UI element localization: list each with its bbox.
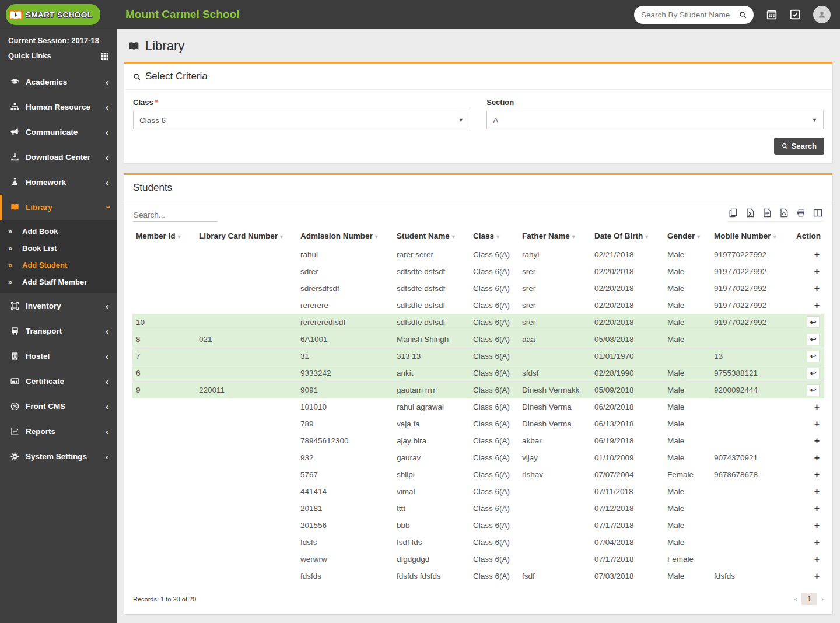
column-header-student-name[interactable]: Student Name▾ — [393, 226, 470, 246]
column-header-class[interactable]: Class▾ — [470, 226, 519, 246]
search-button[interactable]: Search — [774, 138, 824, 155]
sidebar-item-inventory[interactable]: Inventory‹ — [0, 293, 117, 318]
add-member-button[interactable]: + — [814, 470, 820, 480]
column-header-library-card-number[interactable]: Library Card Number▾ — [195, 226, 297, 246]
add-member-button[interactable]: + — [814, 503, 820, 513]
chevron-left-icon: ‹ — [106, 327, 108, 335]
add-member-button[interactable]: + — [814, 520, 820, 530]
cell-class-name: Class 6(A) — [470, 517, 519, 534]
pdf-icon[interactable] — [779, 208, 789, 218]
cell-admission-no: 201556 — [297, 517, 393, 534]
return-book-button[interactable]: ↩ — [807, 334, 820, 345]
column-header-member-id[interactable]: Member Id▾ — [132, 226, 195, 246]
app-logo[interactable]: SMART SCHOOL — [0, 4, 117, 25]
add-member-button[interactable]: + — [814, 453, 820, 463]
sidebar: Current Session: 2017-18 Quick Links Aca… — [0, 29, 117, 623]
topbar-search — [634, 6, 754, 24]
main-content: Library Select Criteria Class* Class 6 ▼… — [117, 29, 840, 623]
text-file-icon[interactable] — [762, 208, 772, 218]
cell-action: + — [790, 297, 824, 314]
column-header-admission-number[interactable]: Admission Number▾ — [297, 226, 393, 246]
return-book-button[interactable]: ↩ — [807, 368, 820, 379]
cell-gender: Male — [664, 246, 710, 263]
cell-dob: 06/19/2018 — [591, 432, 664, 449]
class-select[interactable]: Class 6 ▼ — [133, 111, 470, 130]
chart-icon — [10, 427, 26, 436]
session-label: Current Session: 2017-18 — [8, 36, 108, 45]
cell-mobile: 9678678678 — [710, 466, 790, 483]
calendar-icon[interactable] — [766, 9, 777, 20]
column-header-action[interactable]: Action — [790, 226, 824, 246]
chevron-left-icon: ‹ — [106, 78, 108, 86]
section-select[interactable]: A ▼ — [487, 111, 824, 130]
cell-card-number — [195, 398, 297, 415]
print-icon[interactable] — [796, 208, 806, 218]
grid-icon[interactable] — [102, 52, 108, 60]
add-member-button[interactable]: + — [814, 267, 820, 276]
cell-card-number: 021 — [195, 331, 297, 348]
cell-gender: Male — [664, 263, 710, 280]
cell-student-name: sdfsdfe dsfsdf — [393, 280, 470, 297]
sidebar-subitem-add-staff-member[interactable]: »Add Staff Member — [0, 274, 117, 290]
sidebar-item-library[interactable]: Library‹ — [0, 195, 117, 220]
cell-class-name: Class 6(A) — [470, 382, 519, 398]
sidebar-item-front-cms[interactable]: Front CMS‹ — [0, 394, 117, 419]
table-search — [133, 209, 218, 222]
chevron-down-icon: ‹ — [103, 206, 111, 209]
column-header-father-name[interactable]: Father Name▾ — [519, 226, 591, 246]
sidebar-item-transport[interactable]: Transport‹ — [0, 318, 117, 344]
add-member-button[interactable]: + — [814, 250, 820, 260]
add-member-button[interactable]: + — [814, 419, 820, 429]
column-header-gender[interactable]: Gender▾ — [664, 226, 710, 246]
column-header-mobile-number[interactable]: Mobile Number▾ — [710, 226, 790, 246]
columns-icon[interactable] — [813, 208, 822, 218]
cell-dob: 07/03/2018 — [591, 568, 664, 584]
sidebar-item-academics[interactable]: Academics‹ — [0, 69, 117, 94]
add-member-button[interactable]: + — [814, 554, 820, 564]
sidebar-item-human-resource[interactable]: Human Resource‹ — [0, 94, 117, 120]
avatar[interactable] — [813, 6, 831, 23]
sidebar-item-homework[interactable]: Homework‹ — [0, 170, 117, 195]
page-number[interactable]: 1 — [802, 593, 816, 605]
add-member-button[interactable]: + — [814, 300, 820, 310]
prev-page-arrow[interactable]: ‹ — [794, 594, 797, 603]
cell-mobile: fdsfds — [710, 568, 790, 584]
table-row: 932gauravClass 6(A)vijay01/10/2009Male90… — [132, 449, 824, 466]
tasks-icon[interactable] — [790, 9, 800, 20]
excel-icon[interactable] — [746, 208, 755, 218]
return-book-button[interactable]: ↩ — [807, 316, 820, 328]
add-member-button[interactable]: + — [814, 571, 820, 581]
student-search-input[interactable] — [641, 10, 739, 19]
next-page-arrow[interactable]: › — [821, 594, 824, 603]
add-member-button[interactable]: + — [814, 284, 820, 293]
return-book-button[interactable]: ↩ — [807, 384, 820, 396]
cell-class-name: Class 6(A) — [470, 415, 519, 432]
sidebar-item-system-settings[interactable]: System Settings‹ — [0, 444, 117, 469]
return-book-button[interactable]: ↩ — [807, 351, 820, 362]
add-member-button[interactable]: + — [814, 436, 820, 446]
cell-card-number — [195, 246, 297, 263]
sort-icon: ▾ — [774, 233, 776, 240]
cell-member-id — [132, 246, 195, 263]
sidebar-subitem-book-list[interactable]: »Book List — [0, 240, 117, 257]
add-member-button[interactable]: + — [814, 402, 820, 412]
add-member-button[interactable]: + — [814, 537, 820, 547]
chevron-left-icon: ‹ — [106, 377, 108, 386]
search-icon[interactable] — [739, 11, 747, 19]
add-member-button[interactable]: + — [814, 487, 820, 496]
sidebar-subitem-add-book[interactable]: »Add Book — [0, 223, 117, 240]
column-header-date-of-birth[interactable]: Date Of Birth▾ — [591, 226, 664, 246]
sidebar-item-download-center[interactable]: Download Center‹ — [0, 145, 117, 170]
sidebar-item-reports[interactable]: Reports‹ — [0, 419, 117, 444]
graduation-cap-icon — [10, 78, 26, 86]
sidebar-item-communicate[interactable]: Communicate‹ — [0, 120, 117, 145]
cell-student-name: sdfsdfe dsfsdf — [393, 297, 470, 314]
cell-admission-no: 9333242 — [297, 365, 393, 382]
submenu-item-label: Add Staff Member — [22, 278, 87, 286]
sidebar-subitem-add-student[interactable]: »Add Student — [0, 257, 117, 274]
copy-icon[interactable] — [729, 208, 738, 218]
sidebar-item-hostel[interactable]: Hostel‹ — [0, 344, 117, 369]
table-search-input[interactable] — [133, 209, 218, 222]
sidebar-item-certificate[interactable]: Certificate‹ — [0, 369, 117, 394]
bus-icon — [10, 327, 26, 335]
